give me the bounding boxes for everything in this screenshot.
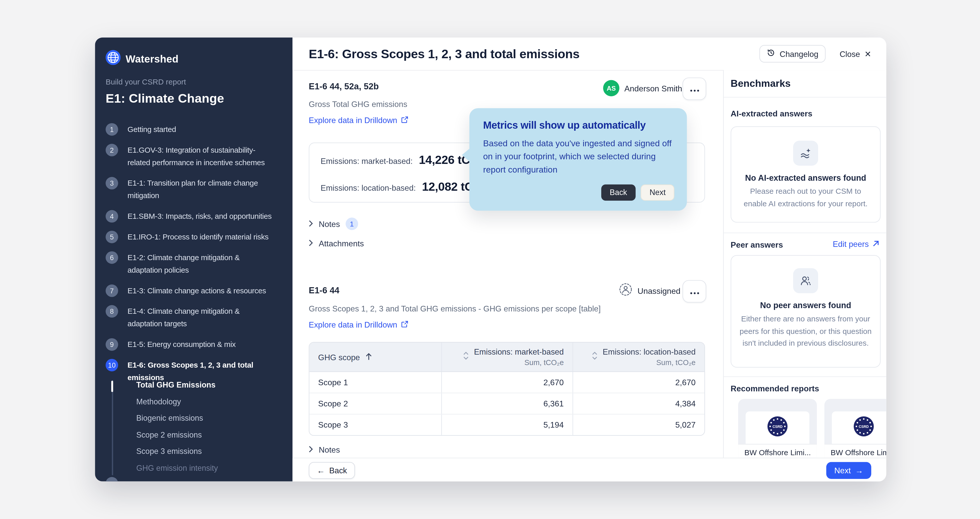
attachments-toggle[interactable]: Attachments bbox=[309, 239, 364, 248]
subnav-active-indicator bbox=[111, 380, 113, 392]
subnav-item-intensity[interactable]: GHG emission intensity bbox=[136, 462, 274, 474]
step-number: 10 bbox=[106, 359, 118, 371]
chevron-right-icon bbox=[309, 445, 313, 455]
sidebar-kicker: Build your CSRD report bbox=[106, 78, 186, 86]
edit-peers-link[interactable]: Edit peers bbox=[833, 239, 880, 249]
report-card[interactable]: CSRD BW Offshore Lim bbox=[824, 399, 886, 457]
benchmarks-title: Benchmarks bbox=[731, 78, 791, 89]
chevron-right-icon bbox=[309, 239, 313, 248]
close-icon: ✕ bbox=[864, 49, 871, 59]
sort-updown-icon bbox=[592, 351, 598, 363]
external-link-icon bbox=[401, 320, 408, 330]
question-code-2: E1-6 44 bbox=[309, 285, 339, 295]
table-row: Scope 1 2,670 2,670 bbox=[309, 372, 704, 393]
back-button[interactable]: ← Back bbox=[309, 462, 355, 479]
notes-toggle-2[interactable]: Notes bbox=[309, 445, 340, 455]
subnav-item-scope3[interactable]: Scope 3 emissions bbox=[136, 446, 274, 458]
peers-icon bbox=[793, 268, 818, 293]
sidebar-item-e1-5[interactable]: 9 E1-5: Energy consumption & mix bbox=[106, 338, 272, 351]
unassigned-person-icon bbox=[619, 283, 632, 299]
table-header: GHG scope Emissions: market-based Sum, t… bbox=[309, 342, 704, 372]
table-row: Scope 3 5,194 5,027 bbox=[309, 415, 704, 435]
column-header-ghg-scope[interactable]: GHG scope bbox=[309, 342, 441, 371]
benchmarks-panel: Benchmarks AI-extracted answers No AI-ex… bbox=[723, 70, 886, 457]
brand: Watershed bbox=[106, 50, 179, 68]
subnav-rail bbox=[112, 380, 113, 475]
table-row: Scope 2 6,361 4,384 bbox=[309, 393, 704, 414]
brand-name: Watershed bbox=[126, 53, 178, 65]
arrow-right-icon: → bbox=[855, 466, 863, 475]
sidebar-item-getting-started[interactable]: 1 Getting started bbox=[106, 123, 272, 135]
csrd-badge-icon: CSRD bbox=[853, 416, 874, 439]
divider bbox=[724, 376, 886, 377]
close-button[interactable]: Close ✕ bbox=[840, 49, 871, 59]
ai-empty-card: No AI-extracted answers found Please rea… bbox=[731, 126, 881, 223]
tour-tooltip: Metrics will show up automatically Based… bbox=[469, 108, 687, 211]
metric-location-based: Emissions: location-based: 12,082 tCO₂e bbox=[321, 180, 494, 194]
sidebar-item-e1gov3[interactable]: 2 E1.GOV-3: Integration of sustainabilit… bbox=[106, 144, 272, 169]
drilldown-link-2[interactable]: Explore data in Drilldown bbox=[309, 320, 408, 330]
report-preview: CSRD bbox=[832, 411, 886, 444]
tooltip-title: Metrics will show up automatically bbox=[483, 119, 674, 132]
sidebar-item-e1-1[interactable]: 3 E1-1: Transition plan for climate chan… bbox=[106, 177, 272, 202]
drilldown-link[interactable]: Explore data in Drilldown bbox=[309, 116, 408, 125]
question-subtitle: Gross Total GHG emissions bbox=[309, 99, 407, 109]
chevron-right-icon bbox=[309, 219, 313, 228]
divider bbox=[724, 97, 886, 97]
sidebar-nav: 1 Getting started 2 E1.GOV-3: Integratio… bbox=[106, 123, 272, 392]
peer-empty-card: No peer answers found Either there are n… bbox=[731, 255, 881, 368]
page-title: E1-6: Gross Scopes 1, 2, 3 and total emi… bbox=[309, 47, 579, 61]
tooltip-back-button[interactable]: Back bbox=[601, 184, 636, 201]
more-actions-button[interactable] bbox=[682, 78, 706, 100]
sidebar-item-e1sbm3[interactable]: 4 E1.SBM-3: Impacts, risks, and opportun… bbox=[106, 210, 272, 223]
ai-sparkle-waves-icon bbox=[793, 141, 818, 166]
changelog-button[interactable]: Changelog bbox=[760, 45, 826, 62]
emissions-table: GHG scope Emissions: market-based Sum, t… bbox=[309, 342, 705, 436]
step-number: 6 bbox=[106, 251, 118, 264]
external-link-icon bbox=[401, 116, 408, 125]
page: Watershed Build your CSRD report E1: Cli… bbox=[0, 0, 980, 519]
assignee-dropdown[interactable]: AS Anderson Smith bbox=[603, 80, 694, 96]
next-step-peek bbox=[106, 477, 118, 481]
subnav-item-total-ghg[interactable]: Total GHG Emissions bbox=[136, 380, 274, 392]
column-header-market-based[interactable]: Emissions: market-based Sum, tCO₂e bbox=[441, 342, 573, 371]
history-icon bbox=[767, 49, 775, 59]
subnav-item-biogenic[interactable]: Biogenic emissions bbox=[136, 412, 274, 425]
more-actions-button-2[interactable] bbox=[682, 280, 706, 302]
divider bbox=[724, 232, 886, 233]
app-window: Watershed Build your CSRD report E1: Cli… bbox=[95, 38, 886, 481]
sidebar: Watershed Build your CSRD report E1: Cli… bbox=[95, 38, 293, 481]
step-number: 1 bbox=[106, 123, 118, 135]
sidebar-item-e1iro1[interactable]: 5 E1.IRO-1: Process to identify material… bbox=[106, 231, 272, 243]
sort-updown-icon bbox=[463, 351, 469, 363]
notes-toggle[interactable]: Notes 1 bbox=[309, 218, 358, 230]
csrd-badge-icon: CSRD bbox=[767, 416, 788, 439]
header: E1-6: Gross Scopes 1, 2, 3 and total emi… bbox=[293, 38, 886, 71]
step-number: 7 bbox=[106, 284, 118, 297]
footer-bar: ← Back Next → bbox=[293, 458, 886, 481]
sidebar-subnav: Total GHG Emissions Methodology Biogenic… bbox=[136, 380, 274, 479]
tooltip-next-button[interactable]: Next bbox=[641, 184, 675, 201]
svg-text:CSRD: CSRD bbox=[773, 425, 783, 428]
report-card[interactable]: CSRD BW Offshore Limi... bbox=[738, 399, 817, 457]
column-header-location-based[interactable]: Emissions: location-based Sum, tCO₂e bbox=[573, 342, 704, 371]
ai-answers-label: AI-extracted answers bbox=[731, 109, 812, 118]
subnav-item-methodology[interactable]: Methodology bbox=[136, 396, 274, 408]
report-preview: CSRD bbox=[746, 411, 810, 444]
ellipsis-icon bbox=[690, 83, 699, 94]
tooltip-body: Based on the data you've ingested and si… bbox=[483, 137, 674, 176]
watershed-logo-icon bbox=[106, 50, 121, 68]
sidebar-item-e1-4[interactable]: 8 E1-4: Climate change mitigation & adap… bbox=[106, 305, 272, 330]
sidebar-item-e1-3[interactable]: 7 E1-3: Climate change actions & resourc… bbox=[106, 284, 272, 297]
avatar: AS bbox=[603, 80, 619, 96]
step-number: 9 bbox=[106, 338, 118, 351]
sidebar-heading: E1: Climate Change bbox=[106, 91, 224, 106]
sort-ascending-icon bbox=[366, 351, 372, 363]
sidebar-item-e1-2[interactable]: 6 E1-2: Climate change mitigation & adap… bbox=[106, 251, 272, 276]
recommended-reports-label: Recommended reports bbox=[731, 384, 819, 393]
next-button[interactable]: Next → bbox=[826, 462, 871, 479]
step-number: 4 bbox=[106, 210, 118, 223]
step-number: 5 bbox=[106, 231, 118, 243]
unassigned-dropdown[interactable]: Unassigned bbox=[619, 283, 692, 299]
subnav-item-scope2[interactable]: Scope 2 emissions bbox=[136, 429, 274, 441]
